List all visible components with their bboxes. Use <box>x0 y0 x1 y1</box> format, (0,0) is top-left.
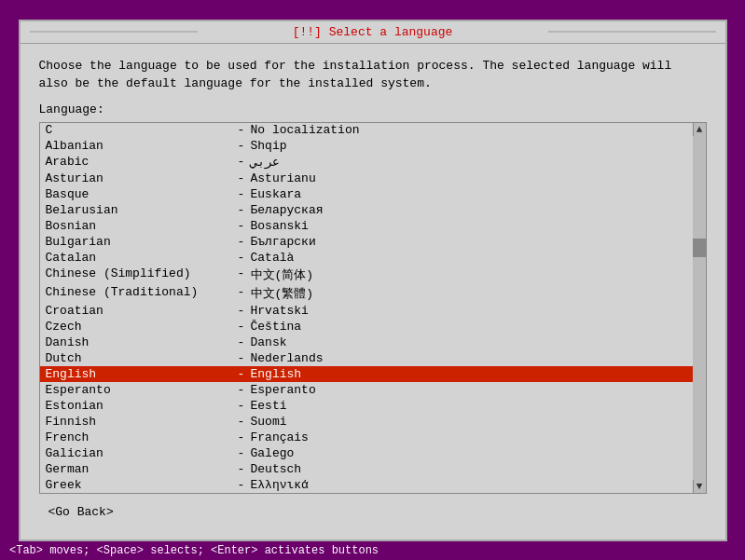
list-item[interactable]: Greek - Ελληνικά <box>40 477 693 493</box>
lang-name: Finnish <box>46 415 232 429</box>
lang-name: English <box>46 367 232 381</box>
lang-native: Català <box>251 251 295 265</box>
lang-separator: - <box>232 320 251 334</box>
lang-separator: - <box>232 155 251 170</box>
lang-separator: - <box>232 335 251 349</box>
lang-name: Asturian <box>46 171 232 185</box>
list-item[interactable]: Belarusian - Беларуская <box>40 202 693 218</box>
lang-separator: - <box>232 478 251 492</box>
lang-separator: - <box>232 399 251 413</box>
lang-name: Albanian <box>46 139 232 153</box>
list-item[interactable]: Chinese (Simplified) - 中文(简体) <box>40 266 693 284</box>
lang-name: French <box>46 430 232 444</box>
lang-separator: - <box>232 430 251 444</box>
lang-native: Eesti <box>251 399 287 413</box>
lang-native: Galego <box>251 446 295 460</box>
lang-name: German <box>46 462 232 476</box>
lang-name: Chinese (Simplified) <box>46 266 232 283</box>
lang-native: Nederlands <box>251 351 324 365</box>
language-list[interactable]: C - No localizationAlbanian - ShqipArabi… <box>40 123 693 493</box>
lang-native: Deutsch <box>251 462 302 476</box>
status-bar: <Tab> moves; <Space> selects; <Enter> ac… <box>0 541 745 560</box>
scroll-track <box>693 136 706 480</box>
list-item[interactable]: Croatian - Hrvatski <box>40 303 693 319</box>
lang-name: Bosnian <box>46 219 232 233</box>
list-item[interactable]: Albanian - Shqip <box>40 138 693 154</box>
list-item[interactable]: C - No localization <box>40 123 693 138</box>
dialog-title: [!!] Select a language <box>293 25 453 39</box>
lang-name: Czech <box>46 320 232 334</box>
lang-separator: - <box>232 203 251 217</box>
lang-separator: - <box>232 285 251 302</box>
lang-name: Basque <box>46 187 232 201</box>
lang-separator: - <box>232 171 251 185</box>
lang-native: 中文(简体) <box>251 266 314 283</box>
lang-separator: - <box>232 415 251 429</box>
scroll-up-arrow[interactable]: ▲ <box>693 123 706 136</box>
lang-separator: - <box>232 351 251 365</box>
list-item[interactable]: Asturian - Asturianu <box>40 171 693 186</box>
list-item[interactable]: Dutch - Nederlands <box>40 350 693 366</box>
list-item[interactable]: Chinese (Traditional) - 中文(繁體) <box>40 284 693 303</box>
description-line1: Choose the language to be used for the i… <box>39 57 707 75</box>
lang-name: Croatian <box>46 304 232 318</box>
lang-separator: - <box>232 266 251 283</box>
lang-separator: - <box>232 251 251 265</box>
buttons-row: <Go Back> <box>39 494 707 526</box>
list-item[interactable]: Esperanto - Esperanto <box>40 382 693 398</box>
lang-native: English <box>251 367 302 381</box>
list-item[interactable]: Catalan - Català <box>40 250 693 266</box>
list-item[interactable]: Bulgarian - Български <box>40 234 693 250</box>
lang-name: Chinese (Traditional) <box>46 285 232 302</box>
lang-name: Danish <box>46 335 232 349</box>
lang-native: Čeština <box>251 320 302 334</box>
lang-native: عربي <box>251 155 280 170</box>
lang-name: C <box>46 123 232 137</box>
lang-name: Arabic <box>46 155 232 170</box>
lang-native: Български <box>251 235 316 249</box>
lang-separator: - <box>232 123 251 137</box>
scrollbar[interactable]: ▲ ▼ <box>693 123 706 493</box>
list-item[interactable]: Estonian - Eesti <box>40 398 693 414</box>
lang-native: Беларуская <box>251 203 324 217</box>
lang-name: Galician <box>46 446 232 460</box>
lang-separator: - <box>232 446 251 460</box>
lang-separator: - <box>232 383 251 397</box>
lang-native: No localization <box>251 123 360 137</box>
status-text: <Tab> moves; <Space> selects; <Enter> ac… <box>9 544 379 557</box>
lang-name: Greek <box>46 478 232 492</box>
list-item[interactable]: Arabic - عربي <box>40 154 693 171</box>
lang-separator: - <box>232 219 251 233</box>
dialog-content: Choose the language to be used for the i… <box>21 44 725 540</box>
list-item[interactable]: French - Français <box>40 430 693 445</box>
lang-native: Hrvatski <box>251 304 309 318</box>
scroll-thumb[interactable] <box>693 239 706 257</box>
lang-name: Bulgarian <box>46 235 232 249</box>
lang-separator: - <box>232 304 251 318</box>
list-item[interactable]: Danish - Dansk <box>40 335 693 350</box>
lang-separator: - <box>232 139 251 153</box>
list-item[interactable]: English - English <box>40 366 693 382</box>
lang-name: Estonian <box>46 399 232 413</box>
list-item[interactable]: German - Deutsch <box>40 461 693 477</box>
scroll-down-arrow[interactable]: ▼ <box>693 480 706 493</box>
list-item[interactable]: Galician - Galego <box>40 445 693 461</box>
description-line2: also be the default language for the ins… <box>39 75 707 93</box>
lang-name: Esperanto <box>46 383 232 397</box>
lang-name: Belarusian <box>46 203 232 217</box>
list-item[interactable]: Czech - Čeština <box>40 319 693 335</box>
lang-native: Dansk <box>251 335 287 349</box>
lang-name: Dutch <box>46 351 232 365</box>
list-item[interactable]: Bosnian - Bosanski <box>40 218 693 234</box>
go-back-button[interactable]: <Go Back> <box>45 503 117 521</box>
lang-name: Catalan <box>46 251 232 265</box>
list-item[interactable]: Finnish - Suomi <box>40 414 693 430</box>
lang-separator: - <box>232 367 251 381</box>
lang-native: Asturianu <box>251 171 316 185</box>
lang-native: Français <box>251 430 309 444</box>
dialog: [!!] Select a language Choose the langua… <box>19 20 727 541</box>
list-item[interactable]: Basque - Euskara <box>40 186 693 202</box>
lang-native: 中文(繁體) <box>251 285 314 302</box>
language-label: Language: <box>39 102 707 116</box>
title-bar: [!!] Select a language <box>21 21 725 44</box>
